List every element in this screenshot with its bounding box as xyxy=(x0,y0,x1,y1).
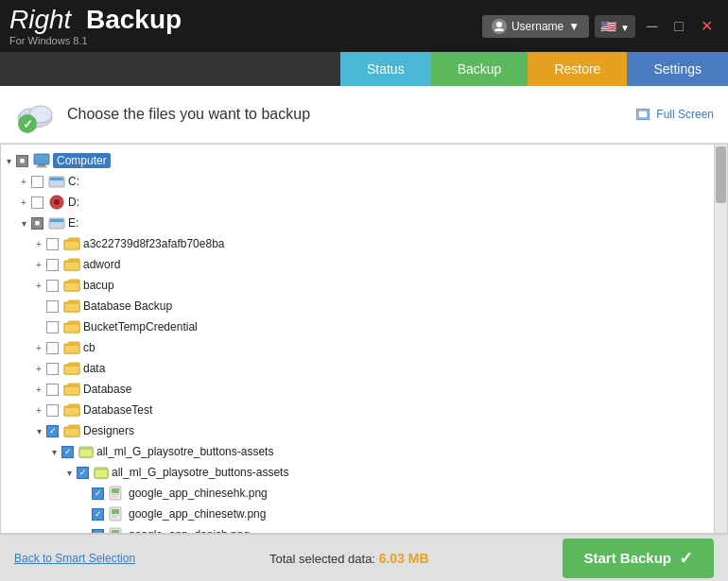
cloud-icon: ✓ xyxy=(14,95,56,133)
start-backup-checkmark-icon: ✓ xyxy=(679,548,693,569)
folder-bucket-icon xyxy=(63,320,80,333)
svg-rect-32 xyxy=(112,488,119,493)
computer-icon xyxy=(33,153,50,168)
tree-node-bucket[interactable]: + BucketTempCredential xyxy=(1,316,714,337)
checkbox-databasetest[interactable] xyxy=(46,404,59,417)
svg-rect-36 xyxy=(112,509,119,514)
checkbox-computer[interactable]: ■ xyxy=(16,155,28,167)
nav-bar: Status Backup Restore Settings xyxy=(0,52,728,86)
svg-rect-20 xyxy=(64,303,79,312)
expander-e[interactable]: ▾ xyxy=(16,215,31,231)
tree-node-data[interactable]: + data xyxy=(1,358,714,379)
tab-restore[interactable]: Restore xyxy=(528,52,627,86)
folder-database-icon xyxy=(63,383,80,396)
tab-status-label: Status xyxy=(367,61,405,77)
expander-databasetest[interactable]: + xyxy=(31,402,46,418)
tree-label-bucket: BucketTempCredential xyxy=(83,320,198,333)
tab-settings-label: Settings xyxy=(653,61,702,77)
expander-bacup[interactable]: + xyxy=(31,278,46,293)
expander-adword[interactable]: + xyxy=(31,257,46,272)
tree-node-adword[interactable]: + adword xyxy=(1,254,714,275)
app-title-right: Right xyxy=(9,5,71,34)
tree-label-all-ml: all_ml_G_playsotre_buttons-assets xyxy=(96,445,273,458)
fullscreen-button[interactable]: Full Screen xyxy=(636,108,714,121)
tab-status[interactable]: Status xyxy=(340,52,431,86)
expander-designers[interactable]: ▾ xyxy=(31,423,46,438)
checkbox-data[interactable] xyxy=(46,363,59,375)
start-backup-button[interactable]: Start Backup ✓ xyxy=(563,538,714,578)
checkbox-a3c[interactable] xyxy=(46,238,59,250)
flag-button[interactable]: 🇺🇸 ▼ xyxy=(595,15,635,38)
close-button[interactable]: ✕ xyxy=(695,15,719,37)
tree-node-chinesetw[interactable]: ✓ google_app_chinesetw.png xyxy=(1,504,714,524)
maximize-button[interactable]: □ xyxy=(668,16,689,37)
close-icon: ✕ xyxy=(701,18,713,34)
content-title: Choose the files you want to backup xyxy=(67,106,310,123)
checkbox-d[interactable] xyxy=(31,197,43,209)
checkbox-chinesetw[interactable]: ✓ xyxy=(92,508,104,521)
expander-c[interactable]: + xyxy=(16,174,31,189)
tree-node-bacup[interactable]: + bacup xyxy=(1,275,714,296)
size-value: 6.03 MB xyxy=(379,551,429,566)
tree-label-a3c: a3c22739d8f23afafb70e8ba xyxy=(83,237,224,250)
expander-cb[interactable]: + xyxy=(31,340,46,355)
expander-database[interactable]: + xyxy=(31,382,46,397)
file-tree-scroll[interactable]: ▾ ■ Computer + C: xyxy=(1,145,714,533)
tree-node-danish[interactable]: ✓ google_app_danish.png xyxy=(1,524,714,533)
checkbox-all-ml2[interactable]: ✓ xyxy=(77,467,89,479)
tree-node-batabase[interactable]: + Batabase Backup xyxy=(1,296,714,316)
folder-data-icon xyxy=(63,362,80,375)
tree-node-database[interactable]: + Database xyxy=(1,379,714,400)
user-dropdown-icon: ▼ xyxy=(568,20,580,33)
tree-node-d[interactable]: + D: xyxy=(1,192,714,213)
expander-all-ml2[interactable]: ▾ xyxy=(61,465,77,480)
checkbox-designers[interactable]: ✓ xyxy=(46,425,59,437)
tree-node-all-ml2[interactable]: ▾ ✓ all_ml_G_playsotre_buttons-assets xyxy=(1,462,714,483)
checkbox-e[interactable]: ■ xyxy=(31,217,43,230)
tree-node-c[interactable]: + C: xyxy=(1,171,714,192)
svg-rect-9 xyxy=(38,164,45,166)
folder-cb-icon xyxy=(63,341,80,354)
tab-backup[interactable]: Backup xyxy=(431,52,529,86)
scrollbar-track[interactable] xyxy=(714,145,727,533)
tree-node-cb[interactable]: + cb xyxy=(1,337,714,358)
checkbox-chinesehk[interactable]: ✓ xyxy=(92,487,104,500)
main-area: ✓ Choose the files you want to backup Fu… xyxy=(0,86,728,534)
tree-label-danish: google_app_danish.png xyxy=(129,528,250,533)
checkbox-all-ml[interactable]: ✓ xyxy=(61,446,74,458)
expander-all-ml[interactable]: ▾ xyxy=(46,444,61,459)
svg-rect-38 xyxy=(112,517,117,518)
minimize-button[interactable]: ─ xyxy=(641,16,663,37)
user-button[interactable]: Username ▼ xyxy=(482,15,589,38)
tree-node-chinesehk[interactable]: ✓ google_app_chinesehk.png xyxy=(1,483,714,504)
svg-rect-33 xyxy=(112,494,119,495)
app-subtitle: For Windows 8.1 xyxy=(9,35,182,46)
svg-rect-30 xyxy=(95,470,108,478)
content-header: ✓ Choose the files you want to backup Fu… xyxy=(0,86,728,144)
tree-node-all-ml[interactable]: ▾ ✓ all_ml_G_playsotre_buttons-assets xyxy=(1,441,714,462)
checkbox-batabase[interactable] xyxy=(46,300,59,313)
checkbox-adword[interactable] xyxy=(46,259,59,271)
checkbox-database[interactable] xyxy=(46,384,59,396)
tree-node-databasetest[interactable]: + DatabaseTest xyxy=(1,400,714,420)
checkbox-bacup[interactable] xyxy=(46,280,59,292)
checkbox-danish[interactable]: ✓ xyxy=(92,529,104,534)
expander-d[interactable]: + xyxy=(16,195,31,210)
tree-node-computer[interactable]: ▾ ■ Computer xyxy=(1,150,714,171)
checkbox-c[interactable] xyxy=(31,176,43,188)
tab-settings[interactable]: Settings xyxy=(627,52,728,86)
expander-a3c[interactable]: + xyxy=(31,236,46,251)
checkbox-cb[interactable] xyxy=(46,342,59,354)
checkbox-bucket[interactable] xyxy=(46,321,59,333)
svg-rect-7 xyxy=(638,111,648,118)
back-to-smart-selection-button[interactable]: Back to Smart Selection xyxy=(14,552,135,565)
expander-computer[interactable]: ▾ xyxy=(1,153,16,168)
tree-node-e[interactable]: ▾ ■ E: xyxy=(1,213,714,233)
minimize-icon: ─ xyxy=(647,18,657,34)
scrollbar-thumb[interactable] xyxy=(716,146,726,203)
tree-node-designers[interactable]: ▾ ✓ Designers xyxy=(1,420,714,441)
tree-label-c: C: xyxy=(68,175,79,188)
tree-node-a3c[interactable]: + a3c22739d8f23afafb70e8ba xyxy=(1,233,714,254)
svg-rect-23 xyxy=(64,366,79,374)
expander-data[interactable]: + xyxy=(31,361,46,376)
